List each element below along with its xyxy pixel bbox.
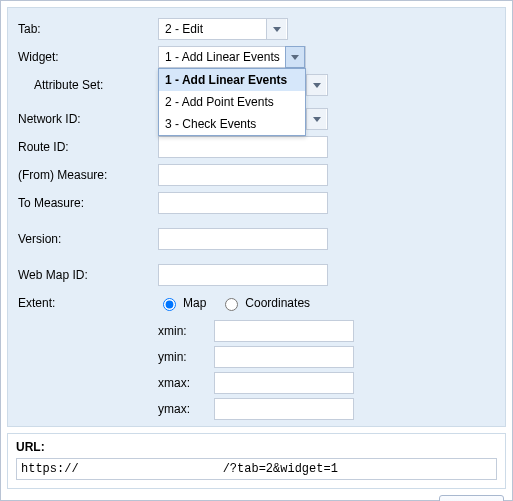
tab-select-value: 2 - Edit [159,22,265,36]
ymin-label: ymin: [158,350,214,364]
widget-select-value: 1 - Add Linear Events [159,50,285,64]
route-id-label: Route ID: [18,140,158,154]
from-measure-input[interactable] [158,164,328,186]
ymax-label: ymax: [158,402,214,416]
widget-select-arrow[interactable] [285,46,305,68]
attribute-set-label: Attribute Set: [18,78,158,92]
url-label: URL: [16,440,497,454]
to-measure-input[interactable] [158,192,328,214]
chevron-down-icon [313,117,321,122]
chevron-down-icon [313,83,321,88]
xmin-label: xmin: [158,324,214,338]
widget-select[interactable]: 1 - Add Linear Events 1 - Add Linear Eve… [158,46,306,68]
extent-coords-radio-label[interactable]: Coordinates [220,295,310,311]
network-id-label: Network ID: [18,112,158,126]
launch-button[interactable]: Launch [439,495,504,501]
chevron-down-icon [273,27,281,32]
version-label: Version: [18,232,158,246]
url-input[interactable] [16,458,497,480]
widget-option[interactable]: 3 - Check Events [159,113,305,135]
from-measure-label: (From) Measure: [18,168,158,182]
route-id-input[interactable] [158,136,328,158]
network-id-arrow[interactable] [306,109,326,129]
to-measure-label: To Measure: [18,196,158,210]
chevron-down-icon [291,55,299,60]
tab-label: Tab: [18,22,158,36]
widget-dropdown-list: 1 - Add Linear Events 2 - Add Point Even… [158,68,306,136]
extent-map-text: Map [183,296,206,310]
launch-bar: Launch [1,495,512,501]
widget-option[interactable]: 2 - Add Point Events [159,91,305,113]
version-input[interactable] [158,228,328,250]
extent-coords-text: Coordinates [245,296,310,310]
xmax-label: xmax: [158,376,214,390]
xmax-input[interactable] [214,372,354,394]
widget-label: Widget: [18,50,158,64]
xmin-input[interactable] [214,320,354,342]
extent-map-radio-label[interactable]: Map [158,295,206,311]
tab-select[interactable]: 2 - Edit [158,18,288,40]
ymin-input[interactable] [214,346,354,368]
attribute-set-arrow[interactable] [306,75,326,95]
extent-map-radio[interactable] [163,298,176,311]
ymax-input[interactable] [214,398,354,420]
tab-select-arrow[interactable] [266,19,286,39]
form-panel: Tab: 2 - Edit Widget: 1 - Add Linear Eve… [7,7,506,427]
extent-coords-radio[interactable] [225,298,238,311]
settings-panel: Tab: 2 - Edit Widget: 1 - Add Linear Eve… [0,0,513,501]
widget-option[interactable]: 1 - Add Linear Events [159,69,305,91]
web-map-id-label: Web Map ID: [18,268,158,282]
extent-radio-group: Map Coordinates [158,295,310,311]
web-map-id-input[interactable] [158,264,328,286]
url-panel: URL: [7,433,506,489]
extent-label: Extent: [18,296,158,310]
